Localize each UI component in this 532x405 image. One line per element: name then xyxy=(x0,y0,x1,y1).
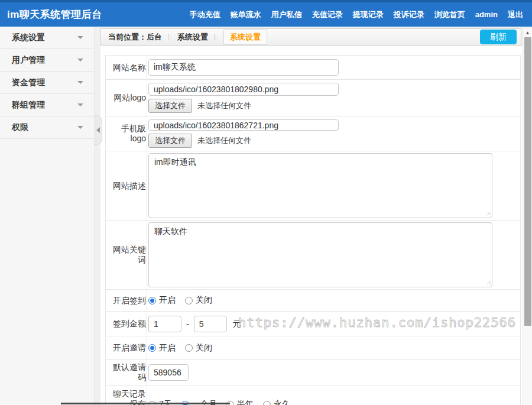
radio-label: 关闭 xyxy=(196,343,212,354)
radio-unchecked-icon xyxy=(263,401,271,405)
sidebar-item-label: 群组管理 xyxy=(12,100,45,111)
site-name-label: 网站名称 xyxy=(106,56,147,79)
signin-amount-min-input[interactable] xyxy=(148,316,181,332)
file-status-text: 未选择任何文件 xyxy=(197,101,251,111)
signin-on-radio[interactable]: 开启 xyxy=(148,295,176,306)
chevron-down-icon xyxy=(77,36,83,39)
top-header: im聊天系统管理后台 手动充值 账单流水 用户私信 充值记录 提现记录 投诉记录… xyxy=(0,0,532,27)
radio-checked-icon xyxy=(148,297,156,304)
currency-unit-label: 元 xyxy=(233,319,241,329)
mobile-logo-file-picker: 选择文件 未选择任何文件 xyxy=(148,134,251,148)
site-logo-path-input[interactable] xyxy=(148,83,339,96)
radio-label: 开启 xyxy=(159,295,176,306)
retention-halfyear-radio[interactable]: 半年 xyxy=(226,399,254,405)
site-logo-file-picker: 选择文件 未选择任何文件 xyxy=(148,99,251,113)
settings-form-panel: 网站名称 网站logo 选择文件 未选择任何文件 xyxy=(100,46,523,405)
file-status-text: 未选择任何文件 xyxy=(197,135,251,146)
breadcrumb-separator-icon xyxy=(214,34,218,41)
site-description-label: 网站描述 xyxy=(106,151,147,220)
nav-admin-user[interactable]: admin xyxy=(475,10,498,19)
scroll-up-icon[interactable] xyxy=(523,28,532,37)
breadcrumb-crumb-system-settings[interactable]: 系统设置 xyxy=(177,32,208,43)
signin-off-radio[interactable]: 关闭 xyxy=(185,295,212,306)
main-content: 当前位置：后台 系统设置 系统设置 刷新 网站名称 网站logo xyxy=(95,27,532,405)
invite-on-radio[interactable]: 开启 xyxy=(148,343,176,354)
vertical-scrollbar xyxy=(523,28,532,405)
chevron-left-icon xyxy=(96,127,100,133)
radio-label: 关闭 xyxy=(196,295,212,306)
radio-checked-icon xyxy=(148,344,156,352)
range-separator: - xyxy=(186,319,189,329)
site-logo-label: 网站logo xyxy=(106,80,147,116)
form-row-mobile-logo: 手机版logo 选择文件 未选择任何文件 xyxy=(106,116,520,151)
top-nav: 手动充值 账单流水 用户私信 充值记录 提现记录 投诉记录 浏览首页 admin… xyxy=(190,9,532,20)
scrollbar-thumb[interactable] xyxy=(524,37,531,326)
breadcrumb-separator-icon xyxy=(168,34,171,41)
chevron-down-icon xyxy=(77,103,83,106)
nav-complaint-record[interactable]: 投诉记录 xyxy=(394,9,424,20)
form-row-site-keywords: 网站关键词 聊天软件 xyxy=(106,221,520,290)
nav-bill-flow[interactable]: 账单流水 xyxy=(231,9,261,20)
chevron-down-icon xyxy=(77,126,83,129)
sidebar-item-group-management[interactable]: 群组管理 xyxy=(0,94,94,116)
sidebar-collapse-handle[interactable] xyxy=(95,115,102,145)
site-description-textarea[interactable]: im即时通讯 xyxy=(148,153,492,218)
invite-code-label: 默认邀请码 xyxy=(106,360,147,385)
breadcrumb-current-page[interactable]: 系统设置 xyxy=(223,30,267,45)
form-row-invite-toggle: 开启邀请 开启 关闭 xyxy=(106,336,520,360)
breadcrumb: 当前位置：后台 系统设置 系统设置 xyxy=(100,28,521,46)
nav-logout[interactable]: 退出 xyxy=(508,9,523,20)
site-keywords-label: 网站关键词 xyxy=(106,221,147,289)
refresh-button[interactable]: 刷新 xyxy=(480,30,517,44)
choose-file-button[interactable]: 选择文件 xyxy=(148,99,192,113)
form-row-site-logo: 网站logo 选择文件 未选择任何文件 xyxy=(106,80,520,116)
nav-browse-home[interactable]: 浏览首页 xyxy=(434,9,465,20)
nav-user-message[interactable]: 用户私信 xyxy=(271,9,302,20)
sidebar-item-system-settings[interactable]: 系统设置 xyxy=(0,27,94,49)
radio-label: 开启 xyxy=(159,343,176,354)
sidebar-item-label: 系统设置 xyxy=(12,33,45,43)
signin-toggle-label: 开启签到 xyxy=(106,290,147,311)
invite-off-radio[interactable]: 关闭 xyxy=(185,343,212,354)
sidebar-item-user-management[interactable]: 用户管理 xyxy=(0,49,94,72)
mobile-logo-label: 手机版logo xyxy=(106,116,147,151)
sidebar: 系统设置 用户管理 资金管理 群组管理 权限 xyxy=(0,27,95,405)
form-row-invite-code: 默认邀请码 xyxy=(106,360,520,385)
sidebar-item-label: 资金管理 xyxy=(12,77,45,88)
form-row-signin-toggle: 开启签到 开启 关闭 xyxy=(106,290,520,312)
sidebar-item-label: 用户管理 xyxy=(12,55,45,66)
sidebar-item-funds-management[interactable]: 资金管理 xyxy=(0,72,94,94)
chevron-down-icon xyxy=(77,59,83,61)
retention-forever-radio[interactable]: 永久 xyxy=(263,399,290,405)
chevron-down-icon xyxy=(77,81,83,84)
site-keywords-textarea[interactable]: 聊天软件 xyxy=(148,222,492,287)
invite-code-input[interactable] xyxy=(148,364,189,381)
form-row-site-description: 网站描述 im即时通讯 xyxy=(106,151,520,221)
radio-unchecked-icon xyxy=(185,344,193,352)
sidebar-item-permissions[interactable]: 权限 xyxy=(0,116,94,139)
nav-recharge-record[interactable]: 充值记录 xyxy=(312,9,343,20)
nav-manual-recharge[interactable]: 手动充值 xyxy=(190,9,220,20)
site-name-input[interactable] xyxy=(148,59,339,76)
radio-label: 半年 xyxy=(237,399,254,405)
sidebar-item-label: 权限 xyxy=(12,122,28,133)
choose-file-button[interactable]: 选择文件 xyxy=(148,134,192,148)
nav-withdraw-record[interactable]: 提现记录 xyxy=(353,9,384,20)
settings-form: 网站名称 网站logo 选择文件 未选择任何文件 xyxy=(105,55,521,405)
header-bar: im聊天系统管理后台 手动充值 账单流水 用户私信 充值记录 提现记录 投诉记录… xyxy=(0,2,532,27)
bottom-edge-artifact xyxy=(61,403,230,404)
signin-amount-max-input[interactable] xyxy=(194,316,227,332)
form-row-site-name: 网站名称 xyxy=(106,56,520,80)
radio-label: 永久 xyxy=(274,399,290,405)
invite-toggle-label: 开启邀请 xyxy=(106,336,147,359)
breadcrumb-location: 当前位置：后台 xyxy=(108,32,162,43)
signin-amount-label: 签到金额 xyxy=(106,312,147,336)
form-row-signin-amount: 签到金额 - 元 xyxy=(106,312,520,336)
radio-unchecked-icon xyxy=(185,297,193,304)
body-layout: 系统设置 用户管理 资金管理 群组管理 权限 当前位置：后台 系统设置 系统设置… xyxy=(0,27,532,405)
app-title: im聊天系统管理后台 xyxy=(0,8,102,21)
mobile-logo-path-input[interactable] xyxy=(148,119,339,131)
